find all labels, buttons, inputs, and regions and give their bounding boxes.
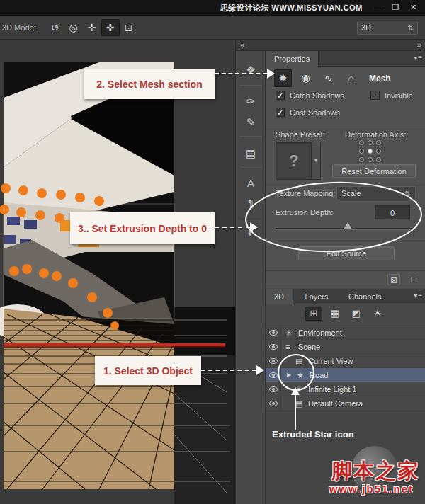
workspace-value: 3D: [361, 23, 371, 32]
properties-tab-bar: Properties ▾≡: [266, 51, 425, 67]
expand-triangle-icon[interactable]: ▶: [287, 368, 291, 382]
3d-row-scene[interactable]: ≡ Scene: [266, 340, 425, 354]
catch-shadows-checkbox[interactable]: ✓: [276, 91, 285, 100]
photoshop-window: 思缘设计论坛 WWW.MISSYUAN.COM — ❐ ✕ 3D Mode: ↺…: [0, 0, 425, 504]
close-button[interactable]: ✕: [404, 1, 422, 13]
dock-divider: [240, 217, 261, 217]
dock-divider: [240, 85, 261, 86]
shape-preset-label: Shape Preset:: [276, 130, 325, 139]
filter-meshes-icon[interactable]: ▦: [327, 307, 344, 321]
3d-row-environment[interactable]: ✳ Environment: [266, 326, 425, 340]
3d-roll-tool-icon[interactable]: ◎: [64, 19, 83, 36]
visibility-cell: [266, 326, 281, 340]
extrusion-depth-label: Extrusion Depth:: [276, 208, 333, 217]
extrusion-depth-field[interactable]: 0: [375, 205, 410, 219]
section-divider: [266, 183, 425, 183]
extruded-star-icon: ★: [297, 368, 304, 382]
paragraph-panel-icon[interactable]: ¶: [236, 194, 266, 212]
deform-section-icon[interactable]: ∿: [319, 69, 337, 87]
brush-presets-panel-icon[interactable]: ✑: [236, 92, 266, 110]
3d-rotate-tool-icon[interactable]: ↺: [46, 19, 64, 36]
extrusion-depth-slider[interactable]: [276, 228, 412, 230]
visibility-eye-icon[interactable]: [269, 330, 278, 336]
panel-menu-icon[interactable]: ▾≡: [414, 292, 423, 299]
3d-row-road[interactable]: ▶ ★ Road: [266, 368, 425, 382]
visibility-cell: [266, 382, 281, 396]
section-divider: [266, 241, 425, 241]
minimize-button[interactable]: —: [369, 1, 387, 13]
visibility-cell: [266, 354, 281, 368]
restore-button[interactable]: ❐: [387, 1, 404, 13]
catch-shadows-row: ✓ Catch Shadows: [276, 91, 344, 100]
delete-icon[interactable]: ⊟: [407, 274, 420, 285]
tab-channels[interactable]: Channels: [340, 289, 390, 304]
3d-drag-tool-icon[interactable]: ✛: [83, 19, 101, 36]
character-panel-icon[interactable]: A: [236, 174, 266, 193]
tab-properties[interactable]: Properties: [266, 51, 319, 67]
panel-header-strip: « »: [236, 40, 425, 51]
section-title: Mesh: [369, 74, 391, 84]
visibility-eye-icon[interactable]: [269, 372, 278, 378]
tab-3d[interactable]: 3D: [266, 289, 293, 304]
invisible-label: Invisible: [385, 91, 413, 100]
reset-deformation-button[interactable]: Reset Deformation: [332, 164, 416, 178]
tab-layers[interactable]: Layers: [297, 289, 337, 304]
mesh-section-icon[interactable]: ✸: [274, 69, 292, 87]
canvas-3d-view[interactable]: [0, 40, 235, 504]
workspace-switcher[interactable]: 3D ⇅: [357, 21, 418, 35]
texture-mapping-label: Texture Mapping:: [276, 189, 335, 197]
expand-panels-icon[interactable]: »: [417, 40, 421, 49]
collapse-panels-icon[interactable]: «: [240, 40, 244, 49]
cast-shadows-checkbox[interactable]: ✓: [276, 108, 285, 117]
filter-materials-icon[interactable]: ◩: [348, 307, 365, 321]
visibility-eye-icon[interactable]: [269, 386, 278, 392]
3d-scale-tool-icon[interactable]: ⊡: [120, 19, 138, 36]
filter-lights-icon[interactable]: ☀: [369, 307, 386, 321]
visibility-eye-icon[interactable]: [269, 358, 278, 364]
3d-row-current-view[interactable]: ▤ Current View: [266, 354, 425, 368]
layer-comps-panel-icon[interactable]: ▤: [236, 144, 266, 163]
texture-mapping-value: Scale: [341, 189, 361, 197]
brush-panel-icon[interactable]: ✎: [236, 113, 266, 132]
panel-dock: ❖ ✑ ✎ ▤ A ¶ ◐: [236, 51, 266, 504]
materials-section-icon[interactable]: ◉: [297, 69, 314, 87]
extrusion-slider-handle[interactable]: [344, 222, 352, 229]
filter-whole-scene-icon[interactable]: ⊞: [305, 307, 322, 321]
3d-panel-empty-area: [266, 411, 425, 504]
shape-preset-picker[interactable]: ? ▼: [276, 142, 321, 180]
visibility-eye-icon[interactable]: [269, 401, 278, 406]
visibility-cell: [266, 368, 281, 382]
3d-row-infinite-light[interactable]: ☀ Infinite Light 1: [266, 382, 425, 396]
workspace-arrows-icon: ⇅: [408, 24, 414, 32]
3d-mode-label: 3D Mode:: [2, 23, 36, 32]
cast-shadows-row: ✓ Cast Shadows: [276, 108, 340, 117]
visibility-eye-icon[interactable]: [269, 344, 278, 350]
camera-icon: ▤: [295, 354, 302, 368]
shape-preset-dropdown-icon[interactable]: ▼: [311, 142, 320, 179]
shape-preset-thumbnail: ?: [276, 142, 312, 179]
properties-panel: ✸ ◉ ∿ ⌂ Mesh ✓ Catch Shadows Invisible ✓…: [266, 67, 425, 288]
cap-section-icon[interactable]: ⌂: [342, 69, 360, 87]
row-label: Scene: [298, 340, 320, 354]
select-arrows-icon: ⇅: [405, 190, 411, 197]
texture-mapping-select[interactable]: Scale ⇅: [336, 186, 416, 200]
visibility-cell: [266, 340, 281, 354]
camera-icon: ▤: [295, 396, 302, 411]
dock-divider: [240, 136, 261, 137]
row-label: Environment: [298, 326, 342, 340]
invisible-checkbox[interactable]: [370, 91, 380, 100]
3d-filter-row: ⊞ ▦ ◩ ☀: [266, 304, 425, 323]
scene-icon: ≡: [285, 340, 290, 354]
environment-icon: ✳: [285, 326, 292, 340]
masks-panel-icon[interactable]: ◐: [236, 224, 266, 242]
3d-slide-tool-icon[interactable]: ✜: [101, 19, 120, 36]
title-bar: 思缘设计论坛 WWW.MISSYUAN.COM — ❐ ✕: [0, 0, 425, 16]
row-label: Infinite Light 1: [308, 382, 357, 396]
3d-row-default-camera[interactable]: ▤ Default Camera: [266, 396, 425, 411]
edit-source-button[interactable]: Edit Source: [298, 246, 395, 260]
deformation-axis-grid[interactable]: [359, 140, 381, 162]
section-divider: [266, 125, 425, 125]
render-icon[interactable]: ⊠: [387, 274, 400, 285]
info-panel-icon[interactable]: ❖: [236, 61, 266, 79]
panel-menu-icon[interactable]: ▾≡: [414, 54, 423, 62]
